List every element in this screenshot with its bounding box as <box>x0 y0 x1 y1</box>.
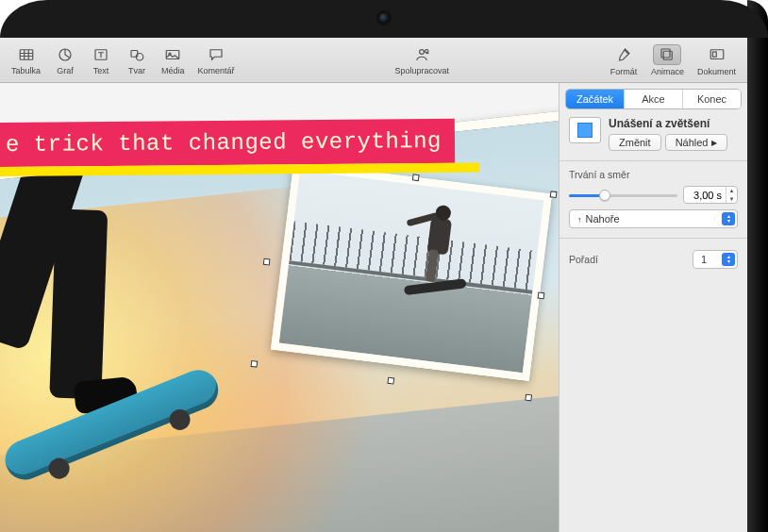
toolbar-media-button[interactable]: Média <box>156 45 191 75</box>
change-effect-button[interactable]: Změnit <box>609 134 661 151</box>
slide-photo-small-selected[interactable] <box>271 162 552 381</box>
toolbar-comment-button[interactable]: Komentář <box>192 45 241 75</box>
toolbar-table-label: Tabulka <box>11 66 41 75</box>
toolbar-comment-label: Komentář <box>198 66 235 75</box>
effect-thumbnail <box>569 117 601 143</box>
toolbar-collaborate-label: Spolupracovat <box>395 66 450 75</box>
comment-icon <box>205 45 227 64</box>
toolbar-animate-button[interactable]: Animace <box>645 44 690 76</box>
svg-rect-12 <box>712 52 716 57</box>
toolbar-chart-label: Graf <box>57 66 74 75</box>
document-icon <box>703 44 731 65</box>
slide-canvas[interactable]: e trick that changed everything <box>0 83 559 532</box>
chevron-updown-icon <box>722 253 735 266</box>
toolbar-format-button[interactable]: Formát <box>604 44 643 76</box>
chart-icon <box>54 45 76 64</box>
arrow-up-icon: ↑ <box>577 215 582 224</box>
order-label: Pořadí <box>569 254 598 265</box>
toolbar-document-button[interactable]: Dokument <box>692 44 742 76</box>
duration-slider[interactable] <box>569 189 677 202</box>
chevron-updown-icon <box>722 212 735 225</box>
play-icon: ▶ <box>711 139 717 147</box>
effect-name: Unášení a zvětšení <box>609 117 738 130</box>
animate-icon <box>653 44 681 65</box>
stepper-arrows-icon[interactable]: ▲▼ <box>726 187 737 203</box>
preview-label: Náhled <box>676 137 709 148</box>
paintbrush-icon <box>609 44 638 65</box>
tab-build-in[interactable]: Začátek <box>566 90 624 108</box>
toolbar-media-label: Média <box>161 66 185 75</box>
camera-icon <box>379 13 389 23</box>
text-icon <box>90 45 112 64</box>
tab-action[interactable]: Akce <box>624 90 682 108</box>
toolbar-table-button[interactable]: Tabulka <box>6 45 46 75</box>
toolbar-format-label: Formát <box>610 67 638 76</box>
svg-point-8 <box>426 49 428 52</box>
inspector-panel: Začátek Akce Konec Unášení a zvětšení Zm… <box>559 83 747 532</box>
toolbar-left-group: Tabulka Graf Text <box>6 45 241 75</box>
media-icon <box>161 45 184 64</box>
duration-direction-label: Trvání a směr <box>569 169 738 180</box>
direction-value: Nahoře <box>586 213 620 224</box>
toolbar-document-label: Dokument <box>697 67 736 76</box>
duration-value-field[interactable] <box>684 190 726 201</box>
svg-point-7 <box>420 49 425 54</box>
toolbar-chart-button[interactable]: Graf <box>48 45 82 75</box>
direction-popup[interactable]: ↑Nahoře <box>569 209 738 228</box>
svg-rect-9 <box>664 51 673 59</box>
preview-effect-button[interactable]: Náhled ▶ <box>665 134 728 151</box>
svg-rect-0 <box>20 49 33 59</box>
duration-stepper[interactable]: ▲▼ <box>683 186 738 204</box>
tab-build-out[interactable]: Konec <box>682 90 741 108</box>
toolbar-right-group: Formát Animace Dokument <box>604 44 742 76</box>
order-value: 1 <box>701 254 707 265</box>
toolbar-text-button[interactable]: Text <box>84 45 118 75</box>
toolbar-animate-label: Animace <box>651 67 684 76</box>
slide-title-text[interactable]: e trick that changed everything <box>0 119 455 167</box>
table-icon <box>15 45 38 64</box>
build-phase-segment: Začátek Akce Konec <box>565 89 742 109</box>
device-bezel-right <box>747 0 768 532</box>
order-popup[interactable]: 1 <box>693 250 738 269</box>
toolbar-shape-label: Tvar <box>128 66 145 75</box>
shape-icon <box>125 45 148 64</box>
collaborate-icon <box>410 45 433 64</box>
toolbar-collaborate-button[interactable]: Spolupracovat <box>390 45 456 75</box>
svg-rect-10 <box>661 49 670 58</box>
toolbar-text-label: Text <box>93 66 109 75</box>
toolbar-shape-button[interactable]: Tvar <box>120 45 154 75</box>
square-icon <box>577 123 593 138</box>
toolbar: Tabulka Graf Text <box>0 38 747 83</box>
